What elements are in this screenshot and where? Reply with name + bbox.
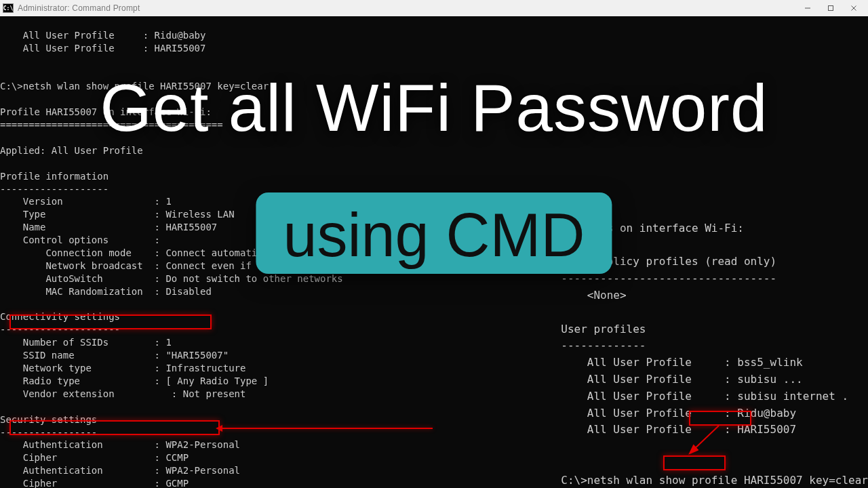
- text-line: Authentication : WPA2-Personal: [0, 439, 240, 450]
- divider: -----------------: [0, 427, 97, 438]
- right-terminal-output: Profiles on interface Wi-Fi: Group polic…: [561, 203, 868, 488]
- text-line: Radio type : [ Any Radio Type ]: [0, 375, 269, 386]
- text-line: All User Profile : HARI55007: [0, 43, 205, 54]
- text-line: All User Profile : Ridu@baby: [561, 407, 796, 420]
- divider: -------------: [561, 339, 646, 352]
- terminal-area[interactable]: All User Profile : Ridu@baby All User Pr…: [0, 16, 868, 488]
- text-line: Cipher : CCMP: [0, 452, 189, 463]
- text-line: All User Profile : Ridu@baby: [0, 30, 205, 41]
- text-line: All User Profile : bss5_wlink: [561, 356, 802, 369]
- text-line: Version : 1: [0, 196, 172, 207]
- annotation-arrow: [220, 428, 433, 429]
- command-text: netsh wlan show profile HARI55007 key=cl…: [23, 81, 269, 92]
- text-line: Connection mode : Connect automatically: [0, 247, 285, 258]
- text-line: Applied: All User Profile: [0, 145, 143, 156]
- prompt: C:\>: [0, 81, 23, 92]
- maximize-button[interactable]: [819, 1, 842, 16]
- divider: ---------------------: [0, 324, 120, 335]
- text-line: <None>: [561, 289, 626, 302]
- text-line: MAC Randomization : Disabled: [0, 286, 212, 297]
- text-line: Authentication : WPA2-Personal: [0, 465, 240, 476]
- divider: -------------------: [0, 184, 108, 195]
- text-line: Profile HARI55007 on interface Wi-Fi:: [0, 106, 212, 117]
- text-line: Name : HARI55007: [0, 222, 217, 232]
- section-header: User profiles: [561, 323, 646, 336]
- window-titlebar: C:\ Administrator: Command Prompt: [0, 0, 868, 16]
- text-line: Type : Wireless LAN: [0, 209, 235, 220]
- section-header: Connectivity settings: [0, 311, 120, 322]
- divider: ---------------------------------: [561, 272, 776, 285]
- text-line: Group policy profiles (read only): [561, 255, 776, 268]
- text-line: Cipher : GCMP: [0, 478, 189, 488]
- minimize-button[interactable]: [796, 1, 819, 16]
- text-line: Network type : Infrastructure: [0, 363, 245, 373]
- svg-rect-1: [829, 6, 833, 11]
- text-line: Profiles on interface Wi-Fi:: [561, 222, 744, 235]
- text-line: SSID name : "HARI55007": [0, 350, 229, 361]
- text-line: All User Profile : subisu ...: [561, 373, 802, 386]
- section-header: Profile information: [0, 171, 108, 182]
- text-line: Control options :: [0, 235, 160, 245]
- divider: =======================================: [0, 119, 223, 130]
- prompt: C:\>: [561, 474, 587, 487]
- command-text: netsh wlan show profile HARI55007 key=cl…: [587, 474, 868, 487]
- text-line: Vendor extension : Not present: [0, 388, 245, 399]
- section-header: Security settings: [0, 414, 97, 425]
- window-title: Administrator: Command Prompt: [18, 3, 796, 13]
- text-line: Network broadcast : Connect even if this…: [0, 260, 440, 271]
- close-button[interactable]: [842, 1, 865, 16]
- text-line: All User Profile : HARI55007: [561, 423, 796, 436]
- text-line: All User Profile : subisu internet .: [561, 390, 848, 403]
- text-line: Number of SSIDs : 1: [0, 337, 172, 348]
- cmd-icon: C:\: [3, 3, 14, 13]
- window-controls: [796, 1, 865, 16]
- left-terminal-output: All User Profile : Ridu@baby All User Pr…: [0, 16, 440, 488]
- text-line: AutoSwitch : Do not switch to other netw…: [0, 273, 343, 284]
